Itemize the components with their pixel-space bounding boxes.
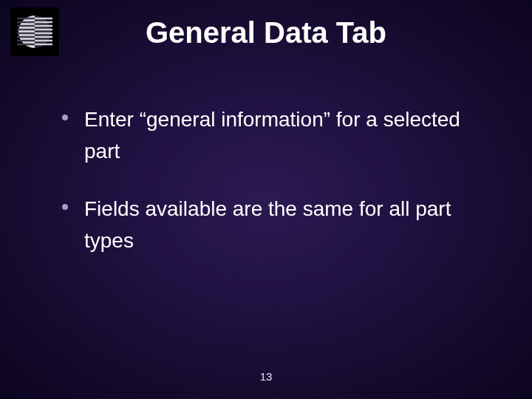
- slide-body: Enter “general information” for a select…: [62, 103, 488, 282]
- bullet-item: Enter “general information” for a select…: [62, 103, 488, 168]
- slide-title: General Data Tab: [0, 16, 532, 50]
- bullet-icon: [62, 115, 68, 120]
- bullet-item: Fields available are the same for all pa…: [62, 193, 488, 257]
- bullet-icon: [62, 204, 68, 210]
- bullet-text: Enter “general information” for a select…: [84, 103, 488, 168]
- slide: General Data Tab Enter “general informat…: [0, 0, 532, 399]
- page-number: 13: [0, 370, 532, 383]
- bullet-text: Fields available are the same for all pa…: [84, 193, 488, 257]
